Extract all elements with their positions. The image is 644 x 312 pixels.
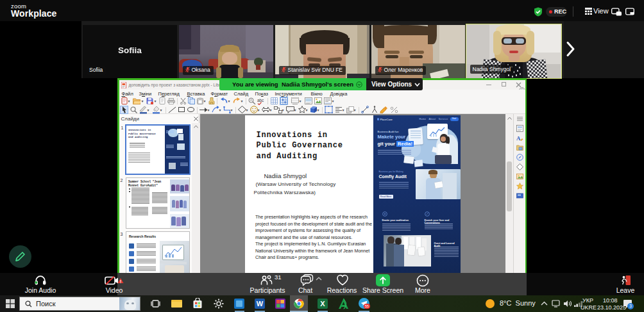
svg-text:c: c	[262, 98, 264, 103]
svg-text:A: A	[516, 135, 521, 142]
